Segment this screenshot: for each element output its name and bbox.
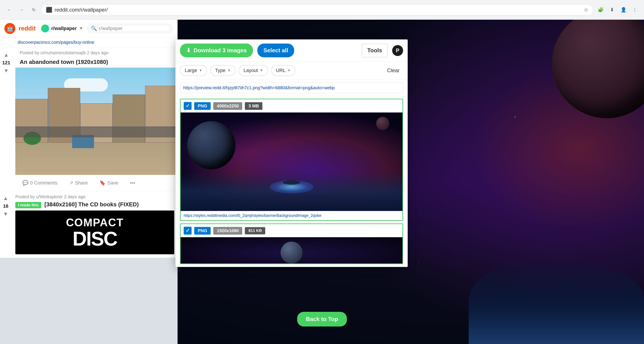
forward-button[interactable]: → bbox=[17, 5, 26, 15]
comments-btn-1[interactable]: 💬 0 Comments bbox=[20, 178, 60, 187]
made-this-badge: I made this bbox=[15, 202, 41, 208]
image-card-2-size-badge: 811 KB bbox=[245, 227, 265, 234]
filter-layout-chevron: ▼ bbox=[260, 68, 263, 72]
vote-count-2: 16 bbox=[3, 203, 8, 209]
lock-icon: ⬛ bbox=[46, 7, 52, 13]
extensions-button[interactable]: 🧩 bbox=[596, 5, 606, 15]
search-icon: 🔍 bbox=[91, 26, 97, 31]
profile-button[interactable]: 👤 bbox=[618, 5, 628, 15]
filter-type-button[interactable]: Type ▼ bbox=[210, 65, 236, 76]
post1-title: An abandoned town (1920x1080) bbox=[20, 59, 108, 65]
url-input[interactable] bbox=[180, 82, 403, 93]
bookmark-icon: ☆ bbox=[584, 7, 588, 13]
post1-actions: 💬 0 Comments ↗ Share 🔖 Save ••• bbox=[15, 175, 178, 191]
vote-section-2: ▲ 16 ▼ bbox=[2, 194, 9, 218]
vote-section-1: ▲ 121 ▼ bbox=[2, 51, 10, 75]
cd-disc: disc bbox=[66, 229, 124, 249]
address-bar[interactable]: ⬛ reddit.com/r/wallpaper/ ☆ bbox=[41, 4, 593, 15]
image-card-1-dimensions-badge: 4000x2250 bbox=[213, 102, 242, 110]
profile-avatar[interactable]: P bbox=[392, 45, 403, 56]
filter-size-label: Large bbox=[185, 68, 197, 73]
image-card-2-checkbox[interactable] bbox=[184, 227, 192, 235]
filter-url-button[interactable]: URL ▼ bbox=[271, 65, 296, 76]
post2-title: [3840x2160] The CD books (FIXED) bbox=[44, 201, 139, 208]
panel-header: ⬇ Download 3 images Select all Tools P bbox=[176, 40, 408, 61]
space-scene-card1 bbox=[180, 113, 402, 211]
select-all-button[interactable]: Select all bbox=[257, 43, 294, 57]
back-to-top-button[interactable]: Back to Top bbox=[297, 312, 347, 327]
image-card-2-format-badge: PNG bbox=[194, 227, 211, 235]
filter-url-chevron: ▼ bbox=[287, 68, 291, 72]
tools-button[interactable]: Tools bbox=[362, 43, 388, 57]
reload-button[interactable]: ↻ bbox=[29, 5, 38, 15]
upvote-2[interactable]: ▲ bbox=[2, 194, 9, 202]
url-text: reddit.com/r/wallpaper/ bbox=[54, 7, 582, 13]
subreddit-dropdown-icon[interactable]: ▼ bbox=[79, 26, 83, 31]
reddit-sidebar: 🤖 reddit r/wallpaper ▼ 🔍 discoverpacimco… bbox=[0, 20, 178, 344]
subreddit-name[interactable]: r/wallpaper bbox=[51, 26, 77, 31]
anime-overpass bbox=[15, 127, 178, 137]
download-arrow-icon: ⬇ bbox=[186, 47, 191, 54]
upvote-1[interactable]: ▲ bbox=[3, 51, 10, 59]
clear-button[interactable]: Clear bbox=[384, 65, 403, 76]
downvote-1[interactable]: ▼ bbox=[3, 67, 10, 75]
filter-layout-label: Layout bbox=[244, 68, 258, 73]
spaceship-card1 bbox=[283, 180, 300, 185]
clear-label: Clear bbox=[387, 67, 400, 73]
share-icon: ↗ bbox=[69, 180, 73, 186]
image-card-2-header: PNG 1920x1080 811 KB bbox=[180, 224, 402, 237]
image-card-2-preview[interactable] bbox=[180, 237, 402, 263]
download-images-label: Download 3 images bbox=[194, 47, 247, 54]
cd-compact: COMPACT bbox=[66, 216, 124, 229]
post2-title-row: I made this [3840x2160] The CD books (FI… bbox=[15, 201, 174, 208]
downvote-2[interactable]: ▼ bbox=[2, 210, 9, 218]
search-input[interactable] bbox=[99, 26, 169, 31]
image-card-2: PNG 1920x1080 811 KB bbox=[180, 223, 403, 264]
browser-chrome: ← → ↻ ⬛ reddit.com/r/wallpaper/ ☆ 🧩 ⬇ 👤 … bbox=[0, 0, 644, 20]
planet-card1 bbox=[187, 121, 236, 169]
comment-icon: 💬 bbox=[22, 180, 28, 186]
back-button[interactable]: ← bbox=[4, 5, 14, 15]
share-btn-1[interactable]: ↗ Share bbox=[67, 178, 90, 187]
select-all-label: Select all bbox=[264, 47, 288, 54]
space-scene-card2 bbox=[180, 237, 402, 263]
image-card-1-header: PNG 4000x2250 3 MB bbox=[180, 99, 402, 113]
post1-title-wrap[interactable]: An abandoned town (1920x1080) bbox=[15, 58, 178, 68]
reddit-logo[interactable]: 🤖 bbox=[4, 23, 15, 34]
save-btn-1[interactable]: 🔖 Save bbox=[97, 178, 121, 187]
planet-right-card1 bbox=[376, 117, 389, 130]
image-card-1: PNG 4000x2250 3 MB https://styles.reddit… bbox=[180, 99, 403, 221]
post1-image[interactable] bbox=[15, 68, 178, 175]
download-manager-icon[interactable]: ⬇ bbox=[607, 5, 617, 15]
post2-container: ▲ 16 ▼ Posted by u/Winksplorer 2 days ag… bbox=[0, 191, 178, 258]
image-card-1-preview[interactable] bbox=[180, 113, 402, 211]
save-icon: 🔖 bbox=[100, 180, 106, 186]
url-input-row bbox=[176, 80, 408, 96]
more-btn-1[interactable]: ••• bbox=[128, 178, 138, 187]
main-content: 🤖 reddit r/wallpaper ▼ 🔍 discoverpacimco… bbox=[0, 20, 644, 344]
cd-preview[interactable]: COMPACT disc bbox=[15, 210, 174, 254]
filter-type-chevron: ▼ bbox=[227, 68, 231, 72]
image-card-1-checkbox[interactable] bbox=[184, 102, 192, 110]
filter-url-label: URL bbox=[276, 68, 286, 73]
comments-label-1: 0 Comments bbox=[30, 180, 58, 186]
image-card-1-size-badge: 3 MB bbox=[245, 102, 262, 110]
share-label-1: Share bbox=[75, 180, 88, 186]
filter-size-button[interactable]: Large ▼ bbox=[180, 65, 207, 76]
reddit-wordmark: reddit bbox=[19, 25, 36, 32]
post1-container: ▲ 121 ▼ Posted by u/muhaiminulislamsajib… bbox=[0, 48, 178, 191]
post2-author: Posted by u/Winksplorer 2 days ago bbox=[15, 194, 174, 199]
cd-text-area: COMPACT disc bbox=[66, 216, 124, 249]
filter-bar: Large ▼ Type ▼ Layout ▼ URL ▼ Clear bbox=[176, 61, 408, 80]
reddit-logo-bar: 🤖 reddit r/wallpaper ▼ 🔍 bbox=[0, 20, 178, 37]
download-images-button[interactable]: ⬇ Download 3 images bbox=[180, 43, 253, 57]
more-options-button[interactable]: ⋮ bbox=[630, 5, 640, 15]
image-card-1-format-badge: PNG bbox=[194, 102, 211, 110]
post1-header: Posted by u/muhaiminulislamsajib 2 days … bbox=[15, 48, 178, 58]
filter-size-chevron: ▼ bbox=[199, 68, 202, 72]
subreddit-icon bbox=[41, 24, 49, 32]
image-card-2-dimensions-badge: 1920x1080 bbox=[213, 227, 242, 235]
filter-layout-button[interactable]: Layout ▼ bbox=[239, 65, 268, 76]
filter-type-label: Type bbox=[215, 68, 226, 73]
image-card-1-url: https://styles.redditmedia.com/t5_2qmjl/… bbox=[180, 211, 402, 220]
